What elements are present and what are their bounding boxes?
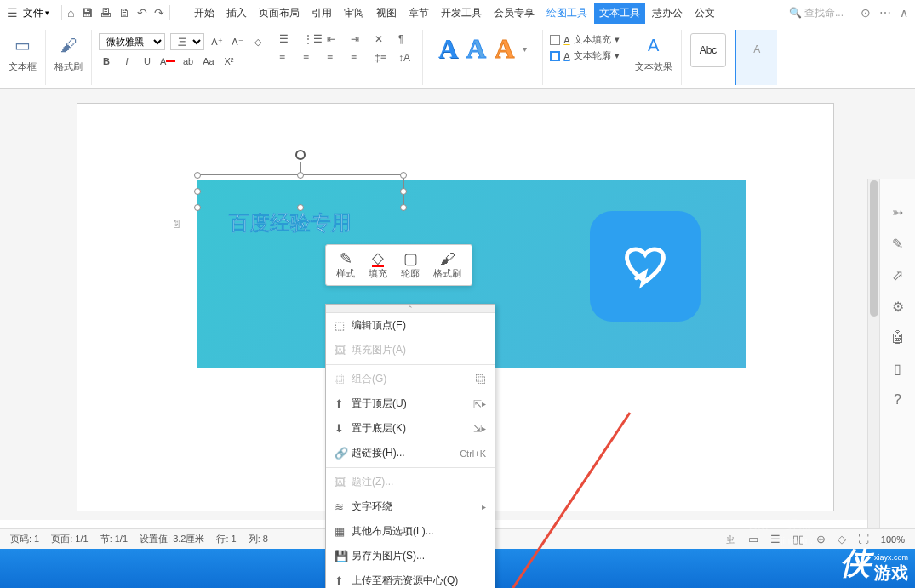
pen-icon: ✎ <box>340 250 352 267</box>
resize-handle[interactable] <box>297 172 304 179</box>
file-menu[interactable]: 文件 ▾ <box>23 6 49 20</box>
tab-member[interactable]: 会员专享 <box>489 3 540 24</box>
menu-item[interactable]: ⬆上传至稻壳资源中心(Q) <box>326 568 495 588</box>
tab-dev[interactable]: 开发工具 <box>436 3 487 24</box>
case-button[interactable]: Aa <box>201 54 216 69</box>
menu-item[interactable]: 🔗超链接(H)...Ctrl+K <box>326 441 495 465</box>
style-button[interactable]: ✎样式 <box>329 248 362 282</box>
tab-section[interactable]: 章节 <box>403 3 434 24</box>
spacing-icon[interactable]: ✕ <box>375 33 392 47</box>
resize-handle[interactable] <box>194 172 201 179</box>
font-color-button[interactable]: A <box>160 54 175 69</box>
indent-inc-icon[interactable]: ⇥ <box>351 33 368 47</box>
pen-icon[interactable]: ✎ <box>892 236 903 252</box>
resize-handle[interactable] <box>400 188 407 195</box>
textbox-selection[interactable] <box>197 174 404 208</box>
bullets-icon[interactable]: ☰ <box>279 33 296 47</box>
align-right-icon[interactable]: ≡ <box>327 52 344 66</box>
save-icon[interactable]: 💾︎ <box>81 6 93 20</box>
menu-item[interactable]: ▦其他布局选项(L)... <box>326 519 495 544</box>
search-command[interactable]: 🔍 查找命... <box>789 6 844 20</box>
bold-button[interactable]: B <box>99 54 114 69</box>
fill-button[interactable]: ◇填充 <box>362 248 394 282</box>
tab-huiban[interactable]: 慧办公 <box>647 3 688 24</box>
menu-item[interactable]: ⬆置于顶层(U)⇱▸ <box>326 391 495 416</box>
resize-handle[interactable] <box>400 172 407 179</box>
font-size-select[interactable]: 三号 <box>170 33 204 50</box>
menu-item: 🖼题注(Z)... <box>326 470 495 494</box>
text-outline-button[interactable]: A 文本轮廓 ▾ <box>550 49 619 62</box>
cloud-icon[interactable]: ⊙ <box>861 6 871 20</box>
vertical-scrollbar[interactable]: ▾ ⋮ <box>867 179 879 588</box>
book-icon[interactable]: ▯ <box>894 361 901 377</box>
menu-item[interactable]: 💾另存为图片(S)... <box>326 544 495 568</box>
robot-icon[interactable]: 🤖︎ <box>891 330 905 345</box>
page-indicator[interactable]: 页面: 1/1 <box>51 533 88 545</box>
tab-review[interactable]: 审阅 <box>339 3 369 24</box>
undo-icon[interactable]: ↶ <box>137 6 147 20</box>
brush-icon: 🖌 <box>440 250 455 267</box>
font-name-select[interactable]: 微软雅黑 <box>99 33 165 50</box>
tab-layout[interactable]: 页面布局 <box>254 3 305 24</box>
indent-dec-icon[interactable]: ⇤ <box>327 33 344 47</box>
clear-format-icon[interactable]: ◇ <box>250 34 266 49</box>
grow-font-icon[interactable]: A⁺ <box>209 34 225 49</box>
wordart-more-icon[interactable]: ▾ <box>523 44 527 54</box>
hamburger-icon[interactable]: ☰ <box>7 6 18 20</box>
abc-style-button[interactable]: Abc <box>690 33 727 67</box>
align-left-icon[interactable]: ≡ <box>279 52 296 66</box>
superscript-button[interactable]: X² <box>221 54 237 69</box>
abc-style-button-2[interactable]: A <box>745 33 769 66</box>
italic-button[interactable]: I <box>119 54 134 69</box>
select-icon[interactable]: ⬀ <box>892 267 903 283</box>
scrollbar-thumb[interactable] <box>870 180 878 317</box>
wordart-style-1[interactable]: A <box>438 33 458 65</box>
input-mode-icon[interactable]: ㄓ <box>725 532 736 547</box>
line-spacing-icon[interactable]: ‡≡ <box>375 52 392 66</box>
wordart-style-2[interactable]: A <box>466 33 486 65</box>
tab-start[interactable]: 开始 <box>189 3 220 24</box>
menu-item[interactable]: ≋文字环绕▸ <box>326 494 495 519</box>
rotate-handle[interactable] <box>295 150 306 160</box>
preview-icon[interactable]: 🗎 <box>118 6 130 20</box>
textbox-button[interactable]: ▭ 文本框 <box>9 33 37 73</box>
page-code[interactable]: 页码: 1 <box>10 533 39 545</box>
painter-button[interactable]: 🖌格式刷 <box>426 248 468 282</box>
redo-icon[interactable]: ↷ <box>154 6 164 20</box>
tab-gongwen[interactable]: 公文 <box>689 3 720 24</box>
text-effect-button[interactable]: A 文本效果 <box>635 33 672 73</box>
text-fill-button[interactable]: A 文本填充 ▾ <box>550 33 619 46</box>
section-indicator[interactable]: 节: 1/1 <box>100 533 128 545</box>
resize-handle[interactable] <box>400 204 407 211</box>
collapse-icon[interactable]: ∧ <box>900 6 908 20</box>
menu-item[interactable]: ⬇置于底层(K)⇲▸ <box>326 416 495 441</box>
rocket-icon[interactable]: ➳ <box>892 204 903 220</box>
tab-text-tools[interactable]: 文本工具 <box>594 3 645 24</box>
menu-item[interactable]: ⬚编辑顶点(E) <box>326 313 495 338</box>
direction-icon[interactable]: ↕A <box>398 52 415 66</box>
view-web-icon[interactable]: ⊕ <box>816 533 826 545</box>
more-icon[interactable]: ⋯ <box>879 6 891 20</box>
resize-handle[interactable] <box>297 204 304 211</box>
home-icon[interactable]: ⌂ <box>67 6 74 20</box>
highlight-button[interactable]: ab <box>180 54 196 69</box>
wordart-style-3[interactable]: A <box>495 33 514 65</box>
underline-button[interactable]: U <box>140 54 155 69</box>
align-justify-icon[interactable]: ≡ <box>351 52 368 66</box>
resize-handle[interactable] <box>194 188 201 195</box>
numbering-icon[interactable]: ⋮☰ <box>303 33 320 47</box>
para-icon[interactable]: ¶ <box>398 33 415 47</box>
tab-drawing[interactable]: 绘图工具 <box>541 3 592 24</box>
help-icon[interactable]: ? <box>894 392 901 408</box>
align-center-icon[interactable]: ≡ <box>303 52 320 66</box>
tab-insert[interactable]: 插入 <box>221 3 252 24</box>
resize-handle[interactable] <box>194 204 201 211</box>
outline-button[interactable]: ▢轮廓 <box>394 248 426 282</box>
settings-icon[interactable]: ⚙︎ <box>892 299 904 315</box>
tab-view[interactable]: 视图 <box>371 3 402 24</box>
format-painter-button[interactable]: 🖌 格式刷 <box>54 33 83 73</box>
menu-handle[interactable]: ⌃ <box>326 305 495 313</box>
shrink-font-icon[interactable]: A⁻ <box>230 34 245 49</box>
print-icon[interactable]: 🖶 <box>100 6 112 20</box>
tab-reference[interactable]: 引用 <box>306 3 337 24</box>
